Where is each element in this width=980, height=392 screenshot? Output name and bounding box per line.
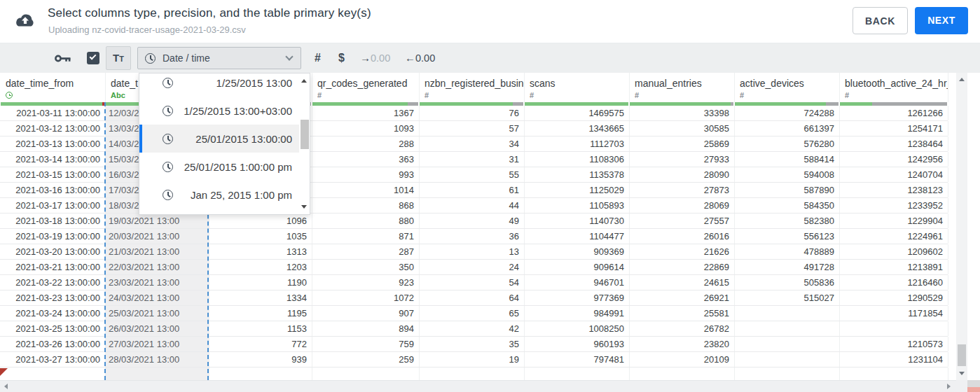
table-cell: 24615 [629, 275, 735, 290]
popup-scrollbar[interactable] [299, 74, 310, 214]
popup-scroll-up-icon[interactable] [301, 79, 307, 83]
scroll-right-icon[interactable] [947, 384, 951, 389]
clock-icon [163, 106, 173, 116]
column-name: nzbn_registered_busine [425, 78, 524, 89]
table-cell: 64 [419, 290, 525, 305]
table-cell: 24/03/2021 13:00 [105, 290, 209, 305]
table-cell [839, 321, 948, 336]
table-cell: 55 [419, 167, 525, 182]
column-name: active_devices [740, 78, 839, 89]
vertical-scrollbar[interactable] [956, 73, 967, 380]
boolean-type-checkbox[interactable] [87, 52, 99, 64]
table-row: 2021-03-20 13:00:0021/03/2021 13:0013132… [0, 244, 948, 260]
decrease-decimals-button[interactable]: →0.00 [360, 43, 390, 73]
table-cell: 1254171 [839, 121, 948, 136]
table-cell: 21626 [629, 244, 735, 259]
next-button[interactable]: NEXT [915, 7, 968, 34]
column-header-bluetooth_active_24_hr_[interactable]: bluetooth_active_24_hr_# [839, 73, 948, 102]
horizontal-scrollbar[interactable] [0, 380, 956, 392]
table-cell: 2021-03-17 13:00:00 [0, 198, 106, 213]
table-cell [419, 368, 525, 380]
table-cell: 759 [312, 337, 420, 351]
column-type-badge: # [845, 92, 948, 99]
table-cell: 582380 [734, 214, 840, 228]
table-cell: 1238464 [839, 136, 948, 151]
table-cell: 977369 [524, 290, 630, 305]
chevron-down-icon [285, 52, 293, 60]
column-header-date_time_from[interactable]: date_time_from [0, 73, 106, 102]
table-cell: 1140730 [524, 214, 630, 228]
table-cell [0, 368, 106, 380]
table-cell: 478889 [734, 244, 840, 259]
popup-scrollbar-thumb[interactable] [301, 120, 309, 149]
back-button[interactable]: BACK [853, 7, 908, 34]
table-cell: 44 [419, 198, 525, 213]
upload-cloud-icon [14, 13, 36, 31]
table-cell: 868 [312, 198, 420, 213]
table-cell: 588414 [734, 152, 840, 167]
column-header-scans[interactable]: scans# [524, 73, 630, 102]
table-cell: 28090 [629, 167, 735, 182]
table-cell: 350 [312, 260, 420, 274]
scroll-up-icon[interactable] [959, 78, 965, 81]
column-header-qr_codes_generated[interactable]: qr_codes_generated# [312, 73, 420, 102]
date-format-label: Jan 25, 2015 1:00 pm [173, 189, 292, 201]
scroll-left-icon[interactable] [4, 384, 8, 389]
table-cell: 1195 [209, 306, 312, 321]
table-cell: 25869 [629, 136, 735, 151]
table-cell: 26/03/2021 13:00 [105, 321, 209, 336]
date-format-option[interactable]: 1/25/2015 13:00+03:00 [139, 97, 301, 125]
table-cell: 25/03/2021 13:00 [105, 306, 209, 321]
date-format-option[interactable]: Jan 25, 2015 1:00 pm [139, 181, 301, 209]
date-format-option[interactable]: 25/01/2015 13:00:00 [139, 125, 301, 153]
table-cell: 515027 [734, 290, 840, 305]
table-cell: 57 [419, 121, 525, 136]
selected-column-left-border [104, 102, 106, 380]
table-cell: 35 [419, 337, 525, 351]
table-cell: 505836 [734, 275, 840, 290]
table-cell [734, 306, 840, 321]
table-cell: 1035 [209, 229, 312, 244]
date-format-option[interactable]: 1/25/2015 13:00 [139, 73, 301, 97]
table-cell: 2021-03-26 13:00:00 [0, 337, 106, 351]
table-cell: 2021-03-16 13:00:00 [0, 183, 106, 197]
table-cell: 65 [419, 306, 525, 321]
date-format-option[interactable]: 25/01/2015 1:00:00 pm [139, 153, 301, 181]
table-cell: 28/03/2021 13:00 [105, 352, 209, 367]
increase-decimals-button[interactable]: ←0.00 [405, 43, 435, 73]
table-cell: 724288 [734, 106, 840, 120]
scroll-down-icon[interactable] [959, 372, 965, 375]
type-selector-dropdown[interactable]: Date / time [137, 47, 301, 69]
table-cell: 288 [312, 136, 420, 151]
table-cell: 24 [419, 260, 525, 274]
table-cell: 363 [312, 152, 420, 167]
page-title: Select columns type, precision, and the … [48, 6, 371, 20]
column-header-nzbn_registered_busine[interactable]: nzbn_registered_busine# [419, 73, 525, 102]
table-cell: 2021-03-13 13:00:00 [0, 136, 106, 151]
table-cell: 946701 [524, 275, 630, 290]
column-header-active_devices[interactable]: active_devices# [734, 73, 840, 102]
table-cell: 30585 [629, 121, 735, 136]
table-cell: 2021-03-20 13:00:00 [0, 244, 106, 259]
popup-scroll-down-icon[interactable] [301, 205, 307, 209]
primary-key-icon[interactable] [55, 54, 71, 63]
table-cell: 909369 [524, 244, 630, 259]
date-format-label: 25/01/2015 13:00:00 [173, 133, 292, 145]
integer-type-button[interactable]: # [315, 43, 321, 73]
column-header-manual_entries[interactable]: manual_entries# [629, 73, 735, 102]
table-cell: 1367 [312, 106, 420, 120]
vertical-scrollbar-thumb[interactable] [958, 344, 966, 366]
table-cell: 25581 [629, 306, 735, 321]
table-cell [734, 352, 840, 367]
table-cell: 1014 [312, 183, 420, 197]
table-cell: 1242956 [839, 152, 948, 167]
table-row [0, 368, 948, 380]
text-type-button[interactable]: Tt [106, 46, 131, 70]
currency-type-button[interactable]: $ [338, 43, 345, 73]
table-cell: 576280 [734, 136, 840, 151]
table-cell: 2021-03-23 13:00:00 [0, 290, 106, 305]
decimal-value: 0.00 [371, 52, 390, 64]
table-cell: 13 [419, 244, 525, 259]
table-cell: 907 [312, 306, 420, 321]
table-row: 2021-03-21 13:00:0022/03/2021 13:0012033… [0, 260, 948, 275]
